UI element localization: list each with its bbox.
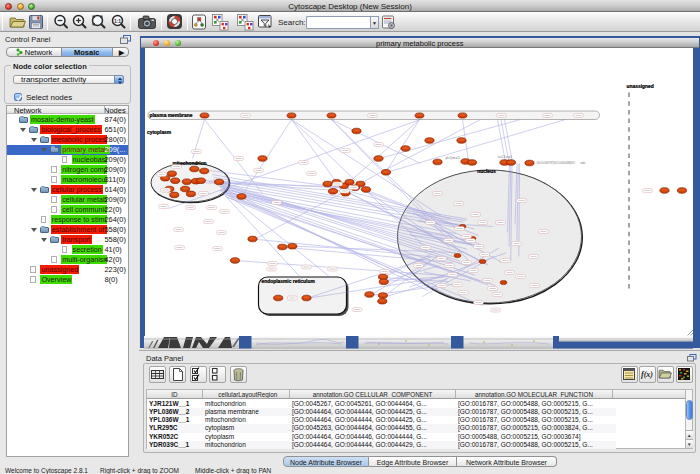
- svg-text:plasma membrane: plasma membrane: [149, 112, 192, 117]
- svg-text:wds: wds: [580, 161, 586, 165]
- svg-text:1:1: 1:1: [114, 18, 121, 24]
- svg-text:pkr1|vma21: pkr1|vma21: [445, 156, 460, 160]
- svg-text:cytoplasm: cytoplasm: [147, 129, 172, 134]
- svg-text:unassigned: unassigned: [626, 83, 653, 88]
- svg-text:sec13 nup1: sec13 nup1: [497, 155, 512, 159]
- svg-text:endoplasmic reticulum: endoplasmic reticulum: [261, 279, 315, 284]
- svg-text:f(x): f(x): [641, 370, 653, 379]
- svg-text:nucleus: nucleus: [477, 168, 496, 173]
- svg-text:|GO:0016787|GO:0005488|GO: |GO:0016787|GO:0005488|GO: [536, 161, 575, 165]
